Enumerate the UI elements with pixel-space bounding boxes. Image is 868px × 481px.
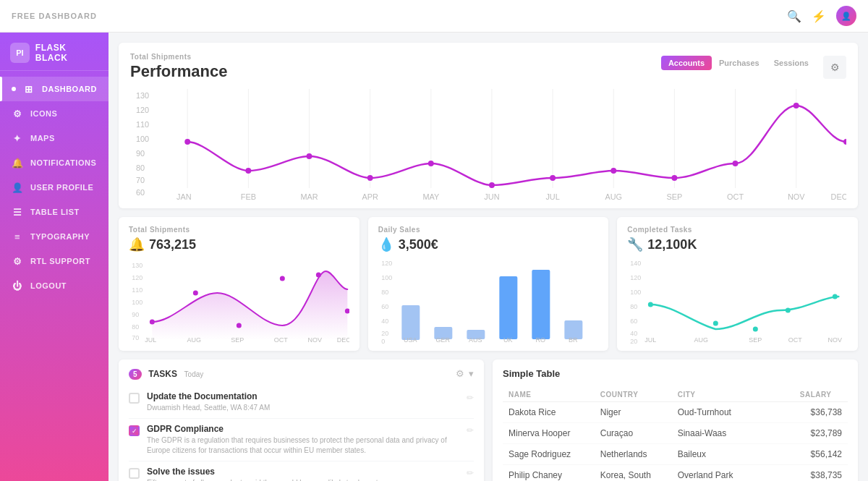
stat-icon-water: 💧 — [378, 237, 394, 252]
svg-rect-69 — [401, 305, 420, 340]
svg-point-91 — [786, 308, 791, 313]
content-area: Total Shipments Performance Accounts Pur… — [109, 33, 868, 481]
svg-point-51 — [193, 291, 198, 296]
sidebar-item-label: TABLE LIST — [30, 208, 80, 216]
svg-text:NOV: NOV — [788, 192, 805, 201]
activity-icon[interactable]: ⚡ — [812, 9, 826, 23]
stats-row: Total Shipments 🔔 763,215 130 120 110 10… — [119, 217, 858, 351]
settings-icon[interactable]: ⚙ — [823, 56, 846, 79]
svg-text:120: 120 — [132, 274, 142, 281]
task-checkbox-2[interactable] — [129, 425, 140, 436]
tasks-today-label: Today — [184, 370, 204, 378]
svg-text:140: 140 — [631, 260, 642, 267]
sidebar-item-label: NOTIFICATIONS — [30, 158, 96, 167]
performance-header: Total Shipments Performance Accounts Pur… — [130, 53, 846, 85]
svg-text:100: 100 — [136, 135, 149, 143]
performance-title-block: Total Shipments Performance — [130, 53, 228, 85]
svg-text:JUN: JUN — [484, 192, 499, 201]
task-edit-icon-2[interactable]: ✏ — [467, 425, 474, 435]
notifications-icon: 🔔 — [12, 157, 23, 169]
cell-city: Overland Park — [672, 465, 794, 482]
dashboard-icon: ⊞ — [23, 83, 35, 95]
svg-text:SEP: SEP — [231, 336, 244, 344]
svg-text:JAN: JAN — [176, 192, 192, 201]
stat-value-shipments: 🔔 763,215 — [129, 237, 349, 252]
cell-city: Oud-Turnhout — [672, 402, 794, 423]
performance-card: Total Shipments Performance Accounts Pur… — [119, 43, 858, 208]
sidebar-item-label: USER PROFILE — [30, 183, 93, 192]
svg-point-90 — [753, 327, 758, 332]
svg-text:JUL: JUL — [645, 336, 657, 344]
svg-text:40: 40 — [631, 330, 638, 337]
svg-text:90: 90 — [136, 149, 145, 158]
svg-text:80: 80 — [132, 323, 139, 331]
svg-text:80: 80 — [136, 163, 145, 172]
col-header-name: NAME — [503, 388, 595, 402]
svg-text:NOV: NOV — [828, 336, 843, 344]
svg-text:90: 90 — [132, 311, 139, 318]
chevron-down-icon[interactable]: ▾ — [469, 368, 474, 379]
cell-salary: $23,789 — [794, 423, 848, 444]
svg-point-30 — [843, 139, 846, 145]
svg-text:BR: BR — [569, 336, 578, 344]
sidebar-item-logout[interactable]: ⏻ LOGOUT — [0, 273, 109, 298]
tab-accounts[interactable]: Accounts — [661, 56, 712, 70]
sidebar-item-maps[interactable]: ✦ MAPS — [0, 126, 109, 150]
svg-text:60: 60 — [631, 318, 638, 325]
svg-text:AUG: AUG — [694, 336, 709, 344]
gear-icon[interactable]: ⚙ — [456, 368, 464, 379]
svg-text:20: 20 — [381, 330, 388, 337]
svg-text:110: 110 — [136, 120, 149, 129]
tab-purchases[interactable]: Purchases — [712, 56, 767, 70]
task-desc-3: Fifty percent of all respondents said th… — [147, 478, 459, 481]
svg-text:JUL: JUL — [545, 192, 559, 201]
svg-point-53 — [280, 276, 285, 281]
svg-text:120: 120 — [631, 274, 642, 281]
cell-name: Dakota Rice — [503, 402, 595, 423]
sidebar-item-label: MAPS — [30, 134, 55, 142]
cell-country: Korea, South — [595, 465, 672, 482]
svg-text:40: 40 — [381, 318, 388, 325]
tasks-actions[interactable]: ⚙ ▾ — [456, 368, 474, 379]
stat-icon-bell: 🔔 — [129, 237, 145, 252]
sidebar-item-user-profile[interactable]: 👤 USER PROFILE — [0, 175, 109, 200]
svg-rect-72 — [499, 276, 517, 339]
svg-point-54 — [316, 273, 321, 278]
sidebar: PI FLASK BLACK ⊞ DASHBOARD ⚙ ICONS ✦ MAP… — [0, 33, 109, 481]
svg-text:120: 120 — [381, 260, 392, 267]
tasks-title: TASKS — [148, 369, 177, 379]
cell-country: Netherlands — [595, 444, 672, 465]
task-edit-icon-1[interactable]: ✏ — [467, 393, 474, 403]
task-checkbox-1[interactable] — [129, 393, 140, 404]
svg-text:130: 130 — [132, 262, 142, 269]
sidebar-item-notifications[interactable]: 🔔 NOTIFICATIONS — [0, 150, 109, 175]
svg-point-19 — [184, 139, 190, 145]
sidebar-item-icons[interactable]: ⚙ ICONS — [0, 101, 109, 126]
task-checkbox-3[interactable] — [129, 468, 140, 479]
user-icon: 👤 — [12, 182, 23, 193]
task-desc-2: The GDPR is a regulation that requires b… — [147, 435, 459, 456]
stat-value-sales: 💧 3,500€ — [378, 237, 599, 252]
sidebar-item-typography[interactable]: ≡ TYPOGRAPHY — [0, 224, 109, 249]
svg-text:SEP: SEP — [667, 192, 683, 201]
sidebar-item-label: TYPOGRAPHY — [30, 232, 90, 241]
svg-text:NOV: NOV — [308, 336, 323, 344]
sidebar-item-rtl-support[interactable]: ⚙ RTL SUPPORT — [0, 249, 109, 273]
search-icon[interactable]: 🔍 — [787, 9, 801, 23]
sidebar-item-label: LOGOUT — [30, 281, 67, 290]
topbar: FREE DASHBOARD 🔍 ⚡ 👤 — [0, 0, 868, 33]
task-edit-icon-3[interactable]: ✏ — [467, 468, 474, 478]
svg-point-26 — [610, 168, 616, 174]
svg-point-21 — [307, 153, 312, 159]
sidebar-item-dashboard[interactable]: ⊞ DASHBOARD — [0, 77, 109, 101]
cell-city: Baileux — [672, 444, 794, 465]
task-content-3: Solve the issues Fifty percent of all re… — [147, 467, 459, 481]
svg-point-22 — [367, 175, 373, 181]
stat-card-tasks: Completed Tasks 🔧 12,100K 140 120 100 80… — [617, 217, 858, 351]
tab-sessions[interactable]: Sessions — [767, 56, 816, 70]
sidebar-item-table-list[interactable]: ☰ TABLE LIST — [0, 200, 109, 224]
table-body: Dakota Rice Niger Oud-Turnhout $36,738 M… — [503, 402, 848, 482]
sidebar-nav: ⊞ DASHBOARD ⚙ ICONS ✦ MAPS 🔔 NOTIFICATIO… — [0, 71, 109, 481]
avatar[interactable]: 👤 — [836, 6, 856, 26]
task-item-3: Solve the issues Fifty percent of all re… — [129, 461, 474, 481]
